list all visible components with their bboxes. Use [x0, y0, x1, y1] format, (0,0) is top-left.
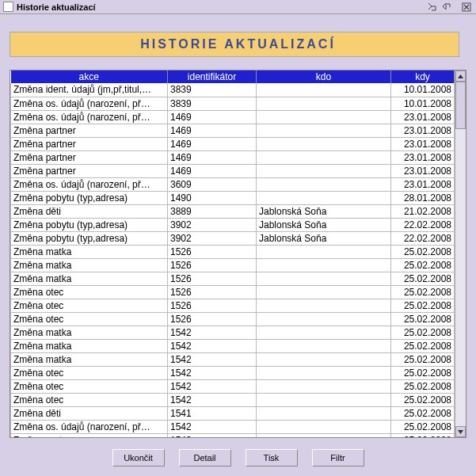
- cell-akce: Změna děti: [11, 204, 168, 218]
- cell-identifikator: 1542: [168, 366, 257, 379]
- cell-kdy: 28.01.2008: [391, 191, 455, 204]
- scroll-down-button[interactable]: [455, 426, 466, 437]
- page-title-banner: HISTORIE AKTUALIZACÍ: [10, 32, 466, 57]
- cell-akce: Změna pobytu (typ,adresa): [11, 191, 168, 204]
- table-row[interactable]: Změna partner146923.01.2008: [11, 164, 455, 177]
- maximize-icon: [442, 2, 451, 11]
- table-row[interactable]: Změna ident. údajů (jm,př,titul,…383910.…: [11, 83, 455, 97]
- cell-kdy: 25.02.2008: [391, 339, 455, 352]
- table-row[interactable]: Změna matka152625.02.2008: [11, 258, 455, 272]
- cell-akce: Změna matka: [11, 339, 168, 352]
- table-row[interactable]: Změna os. údajů (narození, př…154225.02.…: [11, 420, 455, 433]
- table-row[interactable]: Změna os. údajů (narození, př…146923.01.…: [11, 110, 455, 124]
- cell-kdy: 21.02.2008: [391, 204, 455, 218]
- scroll-thumb[interactable]: [455, 82, 466, 129]
- cell-akce: Změna otec: [11, 312, 168, 326]
- cell-kdo: [257, 272, 391, 285]
- cell-kdo: [257, 420, 391, 433]
- cell-kdo: [257, 124, 391, 137]
- minimize-icon: [428, 2, 436, 11]
- table-row[interactable]: Změna os. údajů (narození, př…383910.01.…: [11, 97, 455, 110]
- table-row[interactable]: Změna otec154225.02.2008: [11, 366, 455, 379]
- table-row[interactable]: Změna pobytu (typ,adresa)149028.01.2008: [11, 191, 455, 204]
- cell-kdo: [257, 150, 391, 164]
- filtr-button[interactable]: Filtr: [312, 449, 364, 466]
- cell-kdo: [257, 191, 391, 204]
- maximize-button[interactable]: [440, 2, 452, 13]
- cell-kdy: 23.01.2008: [391, 164, 455, 177]
- cell-kdo: [257, 339, 391, 352]
- cell-kdy: 25.02.2008: [391, 366, 455, 379]
- banner-decoration: [459, 32, 466, 57]
- col-header-identifikator[interactable]: identifikátor: [168, 70, 257, 83]
- table-row[interactable]: Změna děti3889Jablonská Soňa21.02.2008: [11, 204, 455, 218]
- col-header-akce[interactable]: akce: [11, 70, 168, 83]
- table-row[interactable]: Změna matka152625.02.2008: [11, 245, 455, 258]
- col-header-kdy[interactable]: kdy: [391, 70, 455, 83]
- close-button[interactable]: [460, 2, 473, 13]
- minimize-button[interactable]: [425, 2, 438, 13]
- table-row[interactable]: Změna pobytu (typ,adresa)3902Jablonská S…: [11, 231, 455, 245]
- cell-kdo: [257, 245, 391, 258]
- table-header-row: akce identifikátor kdo kdy: [11, 70, 455, 83]
- table-row[interactable]: Změna matka154225.02.2008: [11, 326, 455, 339]
- window: Historie aktualizací HISTORIE AKTUALIZAC…: [0, 0, 476, 476]
- table-row[interactable]: Změna partner146923.01.2008: [11, 124, 455, 137]
- cell-identifikator: 1526: [168, 245, 257, 258]
- cell-kdo: [257, 366, 391, 379]
- ukoncit-button[interactable]: Ukončit: [112, 449, 165, 466]
- titlebar: Historie aktualizací: [0, 0, 476, 14]
- scroll-track[interactable]: [455, 82, 466, 426]
- table-row[interactable]: Změna os. údajů (narození, př…360923.01.…: [11, 177, 455, 191]
- table-row[interactable]: Změna pobytu (typ,adresa)3902Jablonská S…: [11, 218, 455, 231]
- cell-identifikator: 1469: [168, 137, 257, 150]
- cell-kdo: [257, 258, 391, 272]
- cell-kdy: 10.01.2008: [391, 97, 455, 110]
- cell-akce: Změna os. údajů (narození, př…: [11, 110, 168, 124]
- table-row[interactable]: Změna partner146923.01.2008: [11, 137, 455, 150]
- vertical-scrollbar[interactable]: [455, 70, 466, 437]
- cell-identifikator: 1469: [168, 110, 257, 124]
- table-row[interactable]: Změna partner146923.01.2008: [11, 150, 455, 164]
- cell-kdo: [257, 312, 391, 326]
- cell-kdo: [257, 177, 391, 191]
- cell-kdy: 25.02.2008: [391, 379, 455, 393]
- cell-identifikator: 1542: [168, 393, 257, 406]
- cell-identifikator: 1526: [168, 312, 257, 326]
- table-row[interactable]: Změna děti154125.02.2008: [11, 406, 455, 420]
- table-row[interactable]: Změna otec152625.02.2008: [11, 299, 455, 312]
- scroll-up-button[interactable]: [455, 70, 466, 82]
- cell-identifikator: 3889: [168, 204, 257, 218]
- cell-kdy: 23.01.2008: [391, 137, 455, 150]
- table-row[interactable]: Změna matka154225.02.2008: [11, 339, 455, 352]
- table-row[interactable]: Změna otec154225.02.2008: [11, 393, 455, 406]
- col-header-kdo[interactable]: kdo: [257, 70, 391, 83]
- cell-identifikator: 1542: [168, 379, 257, 393]
- cell-kdy: 23.01.2008: [391, 177, 455, 191]
- cell-akce: Změna otec: [11, 393, 168, 406]
- tisk-button[interactable]: Tisk: [246, 449, 298, 466]
- table-row[interactable]: Změna matka154225.02.2008: [11, 352, 455, 366]
- cell-akce: Změna ident. údajů (jm,př,titul,…: [11, 83, 168, 97]
- chevron-down-icon: [458, 430, 463, 434]
- table-row[interactable]: Změna otec152625.02.2008: [11, 312, 455, 326]
- cell-kdy: 25.02.2008: [391, 420, 455, 433]
- table-row[interactable]: Změna matka152625.02.2008: [11, 272, 455, 285]
- cell-kdy: 23.01.2008: [391, 110, 455, 124]
- cell-identifikator: 3839: [168, 83, 257, 97]
- cell-identifikator: 1542: [168, 420, 257, 433]
- detail-button[interactable]: Detail: [179, 449, 231, 466]
- cell-identifikator: 1526: [168, 258, 257, 272]
- cell-kdy: 23.01.2008: [391, 150, 455, 164]
- cell-akce: Změna matka: [11, 352, 168, 366]
- cell-akce: Změna matka: [11, 245, 168, 258]
- cell-kdo: [257, 164, 391, 177]
- cell-kdy: 25.02.2008: [391, 245, 455, 258]
- table-row[interactable]: Změna otec154225.02.2008: [11, 379, 455, 393]
- cell-kdy: 22.02.2008: [391, 218, 455, 231]
- cell-akce: Změna partner: [11, 137, 168, 150]
- cell-akce: Změna otec: [11, 299, 168, 312]
- table-row[interactable]: Změna partner154325.02.2008: [11, 433, 455, 437]
- table-row[interactable]: Změna otec152625.02.2008: [11, 285, 455, 299]
- cell-identifikator: 1490: [168, 191, 257, 204]
